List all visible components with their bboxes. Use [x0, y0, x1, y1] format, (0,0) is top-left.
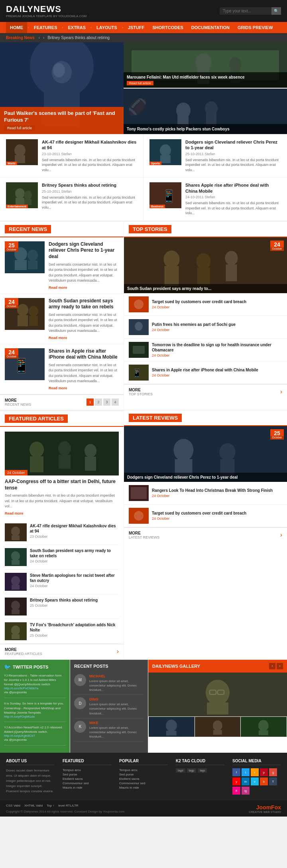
top-story-item: Putin frees his enemies as part of Sochi…	[124, 316, 287, 339]
linkedin-icon[interactable]: in	[242, 777, 250, 785]
top-story-thumb: 📱	[129, 365, 149, 381]
tweet-link[interactable]: http://t.co/yFOqMt1da	[4, 715, 66, 718]
top-story-thumb	[129, 296, 149, 312]
instagram-icon[interactable]: ig	[242, 787, 250, 795]
nav-item-documentation[interactable]: DOCUMENTATION	[187, 22, 234, 33]
more-reviews-arrow[interactable]: ›	[280, 531, 282, 539]
featured-list-thumb	[5, 622, 27, 640]
featured-list-item: AK-47 rifle designer Mikhail Kalashnikov…	[5, 520, 119, 545]
read-more-link[interactable]: Read more	[49, 386, 119, 390]
top-story-date: 24 October	[152, 353, 282, 357]
news-date-badge: 24 October	[5, 298, 18, 308]
tumblr-icon[interactable]: T	[269, 777, 277, 785]
svg-rect-39	[18, 315, 28, 326]
tag[interactable]: tagp	[187, 768, 197, 773]
page-3-btn[interactable]: 3	[103, 398, 110, 406]
footer-bottom-link[interactable]: level RTL/LTR	[58, 804, 78, 807]
gallery-title: DAILYNEWS GALLERY	[152, 664, 200, 669]
hero-side-top-btn[interactable]: Read full article	[127, 81, 153, 85]
rp-content: MICHAEL Lorem ipsum dolor sit amet, cons…	[89, 674, 144, 692]
footer-featured-link[interactable]: Etollient sacra	[63, 777, 111, 781]
nav-item-grids[interactable]: GRIDS PREVIEW	[234, 22, 277, 33]
more-top-label: MORE	[129, 388, 153, 392]
article-info: Britney Spears thinks about retiring 25-…	[42, 182, 137, 215]
rp-text: Lorem ipsum dolor sit amet, consectetur …	[89, 679, 144, 692]
footer-bottom-link[interactable]: CSS Valid	[6, 804, 20, 807]
article-info: Dodgers sign Cleveland reliever Chris Pe…	[185, 139, 281, 172]
page-2-btn[interactable]: 2	[95, 398, 102, 406]
twitter-icon[interactable]: t	[242, 768, 250, 776]
tweet-link[interactable]: http://t.co/z9cPxCN0b7a	[4, 687, 66, 690]
search-input[interactable]	[220, 7, 271, 15]
nav-item-extras[interactable]: EXTRAS	[64, 22, 90, 33]
svg-point-60	[29, 442, 44, 458]
nav-item-home[interactable]: HOME	[6, 22, 27, 33]
gallery-prev[interactable]: ‹	[269, 663, 275, 669]
more-arrow-icon[interactable]: ›	[280, 388, 282, 395]
google-icon[interactable]: g	[269, 768, 277, 776]
footer-bottom-link[interactable]: Top ↑	[47, 804, 54, 807]
read-more-link[interactable]: Read more	[49, 286, 119, 290]
gallery-thumb[interactable]	[241, 717, 287, 737]
svg-point-70	[11, 551, 20, 561]
page-4-btn[interactable]: 4	[112, 398, 119, 406]
tweet-text: It is Sunday. So here is a template for …	[4, 701, 66, 715]
footer-popular-link[interactable]: Tempus arcu	[119, 768, 168, 772]
svg-point-38	[17, 304, 28, 316]
article-title: Britney Spears thinks about retiring	[42, 182, 137, 188]
footer-featured-link[interactable]: Commovemur sed	[63, 781, 111, 785]
footer-featured-link[interactable]: Tempus arcu	[63, 768, 111, 772]
svg-point-79	[11, 625, 20, 635]
footer-popular-link[interactable]: Mauris in nide	[119, 786, 168, 789]
gallery-main-image	[148, 673, 287, 716]
gallery-thumb[interactable]	[195, 717, 241, 737]
page-1-btn[interactable]: 1	[86, 398, 94, 406]
recent-posts-title: RECENT POSTS	[74, 664, 144, 669]
blog-icon[interactable]: b	[260, 777, 268, 785]
pinterest-icon[interactable]: p	[260, 768, 268, 776]
flickr-icon[interactable]: fl	[232, 787, 240, 795]
tag[interactable]: tagd	[176, 768, 185, 773]
facebook-icon[interactable]: f	[232, 768, 240, 776]
breaking-prev[interactable]: ‹	[39, 36, 40, 40]
top-stories-caption-text: South Sudan president says army ready to…	[127, 286, 284, 291]
footer-popular-link[interactable]: Commovemur sed	[119, 781, 168, 785]
nav-item-features[interactable]: FEATURES	[30, 22, 61, 33]
svg-rect-98	[166, 731, 177, 736]
footer-popular-link[interactable]: Etollient sacra	[119, 777, 168, 781]
date-month: October	[270, 247, 284, 251]
more-featured-arrow[interactable]: ›	[117, 648, 119, 655]
article-meta: 25-10-2011 Stefan	[42, 189, 137, 193]
search-box[interactable]: 🔍	[220, 7, 281, 15]
nav-item-jstuff[interactable]: JSTUFF	[124, 22, 149, 33]
breaking-next[interactable]: ›	[43, 36, 44, 40]
nav-item-layouts[interactable]: LAYOUTS	[92, 22, 121, 33]
review-info: Target sued by customers over credit car…	[152, 511, 282, 521]
article-thumb: Sports	[149, 139, 181, 165]
footer-popular-link[interactable]: Sed purse	[119, 773, 168, 776]
reviews-main-date: 25 October	[270, 429, 284, 440]
featured-list-item: Britney Spears thinks about retiring 25 …	[5, 594, 119, 619]
footer-featured-link[interactable]: Mauris in nide	[63, 786, 111, 789]
vimeo-icon[interactable]: v	[251, 777, 259, 785]
rss-icon[interactable]: r	[251, 768, 259, 776]
tweet-link[interactable]: http://t.co/yLKgK8CbT	[4, 734, 66, 738]
footer-bottom-link[interactable]: XHTML Valid	[24, 804, 43, 807]
article-thumb: 📱 Business	[149, 182, 181, 208]
youtube-icon[interactable]: y	[232, 777, 240, 785]
two-col-layout: RECENT NEWS 25 October Dodgers sign Clev…	[0, 222, 287, 410]
footer-featured-link[interactable]: Sed purse	[63, 773, 111, 776]
nav-item-shortcodes[interactable]: SHORTCODES	[148, 22, 187, 33]
featured-main-excerpt: Sed venenatis bibendum nist. In ut leo u…	[5, 493, 119, 509]
gallery-thumb[interactable]	[149, 717, 195, 737]
hero-main-btn[interactable]: Read full article	[4, 125, 35, 131]
hero-side-bottom: 🏈 Tony Romo's costly picks help Packers …	[124, 89, 287, 134]
gallery-next[interactable]: ›	[277, 663, 283, 669]
tag[interactable]: tags	[198, 768, 207, 773]
rp-author: MICHAEL	[89, 674, 144, 678]
search-icon[interactable]: 🔍	[271, 7, 281, 15]
read-more-link[interactable]: Read more	[49, 336, 119, 340]
gallery-thumbnails	[148, 716, 287, 737]
featured-read-more[interactable]: Read more	[5, 511, 119, 515]
more-reviews-sub: LATEST REVIEWS	[129, 535, 159, 539]
